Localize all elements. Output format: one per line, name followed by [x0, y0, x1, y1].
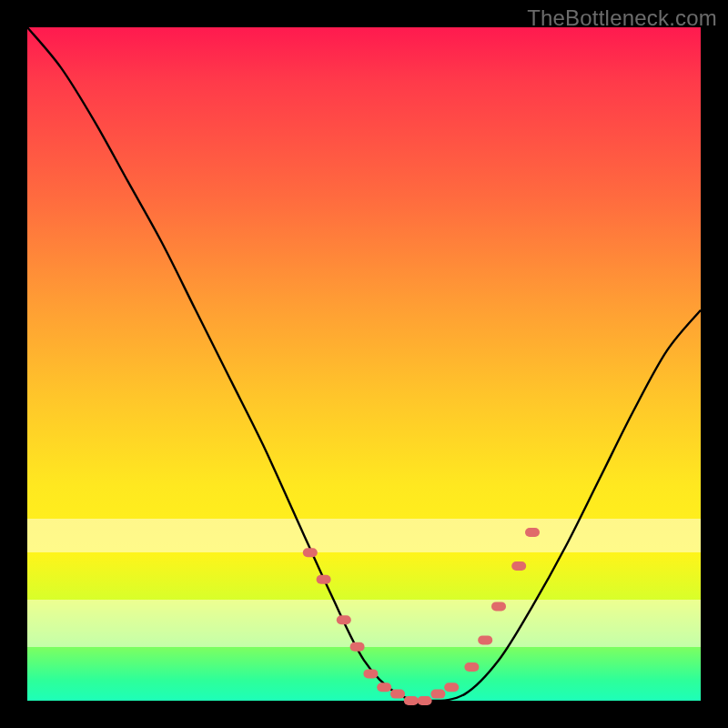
marker-point [390, 690, 405, 699]
chart-svg [27, 27, 701, 701]
marker-point [444, 682, 459, 692]
marker-point [430, 690, 445, 699]
bottleneck-curve [27, 27, 701, 701]
marker-point [303, 548, 318, 557]
marker-point [478, 635, 492, 644]
marker-point [464, 662, 479, 672]
marker-point [377, 682, 391, 692]
marker-group [303, 528, 540, 705]
marker-point [317, 575, 331, 584]
marker-point [363, 669, 378, 678]
marker-point [511, 561, 526, 571]
plot-frame [27, 27, 701, 701]
marker-point [418, 696, 432, 705]
marker-point [491, 602, 506, 611]
marker-point [337, 615, 351, 624]
marker-point [404, 696, 419, 705]
marker-point [350, 642, 365, 652]
marker-point [525, 528, 540, 537]
